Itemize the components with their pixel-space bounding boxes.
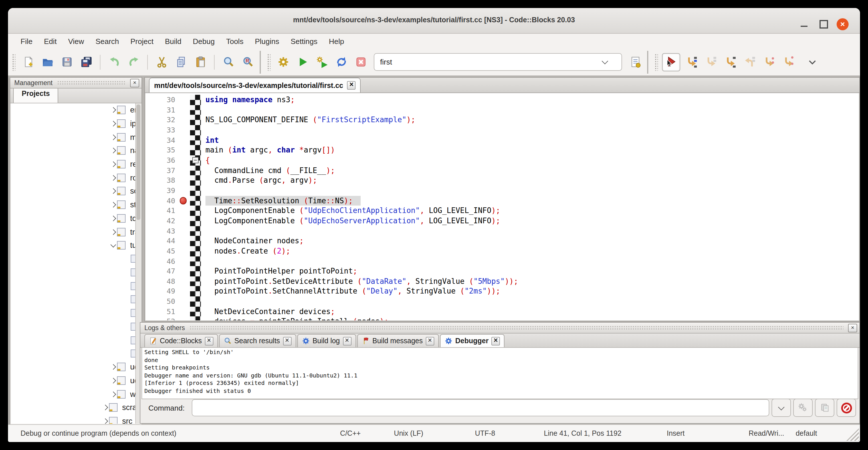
tree-item-wire[interactable]: wire xyxy=(11,387,136,401)
logs-tab-search-results[interactable]: Search results× xyxy=(219,334,296,347)
copy-output-button[interactable] xyxy=(815,399,834,417)
toolbar-grip[interactable] xyxy=(655,53,658,70)
margin-strip[interactable] xyxy=(190,186,201,196)
chevron-right-icon[interactable] xyxy=(109,176,117,180)
margin-strip[interactable] xyxy=(190,176,201,186)
command-input[interactable] xyxy=(191,399,769,416)
redo-button[interactable] xyxy=(125,53,142,70)
tree-item-stat[interactable]: stat xyxy=(11,198,136,212)
menu-tools[interactable]: Tools xyxy=(220,37,249,46)
margin-strip[interactable] xyxy=(190,226,201,236)
line-number[interactable]: 44 xyxy=(146,236,190,246)
line-number[interactable]: 45 xyxy=(146,246,190,256)
line-number[interactable]: 40 xyxy=(146,196,190,206)
chevron-right-icon[interactable] xyxy=(109,122,117,126)
menu-search[interactable]: Search xyxy=(90,37,125,46)
debugger-output[interactable]: Setting SHELL to '/bin/sh'doneSetting br… xyxy=(142,347,858,399)
debug-tools-button[interactable] xyxy=(793,399,813,417)
list-button[interactable] xyxy=(627,53,644,70)
tree-item-tuto[interactable]: tuto xyxy=(11,239,136,252)
cut-button[interactable] xyxy=(153,53,170,70)
fold-collapse-icon[interactable] xyxy=(192,157,198,163)
menu-project[interactable]: Project xyxy=(125,37,159,46)
close-icon[interactable]: × xyxy=(426,337,434,345)
chevron-down-icon[interactable] xyxy=(602,58,608,64)
line-number[interactable]: 51 xyxy=(146,307,190,317)
toolbar-overflow-button[interactable] xyxy=(804,53,820,70)
margin-strip[interactable] xyxy=(190,105,201,115)
margin-strip[interactable] xyxy=(190,145,201,155)
chevron-right-icon[interactable] xyxy=(109,189,117,193)
next-instruction-button[interactable] xyxy=(760,53,777,70)
run-to-cursor-button[interactable] xyxy=(683,53,700,70)
tree-item-th[interactable]: th xyxy=(11,347,136,360)
build-button[interactable] xyxy=(275,53,291,70)
tree-item-udp[interactable]: udp- xyxy=(11,374,136,387)
tree-item-mat[interactable]: mat xyxy=(11,130,136,144)
line-number[interactable]: 34 xyxy=(146,135,190,145)
step-into-instruction-button[interactable] xyxy=(779,53,797,70)
tree-item-nam[interactable]: nam xyxy=(11,144,136,157)
build-and-run-button[interactable] xyxy=(313,53,331,70)
step-into-button[interactable] xyxy=(721,53,739,70)
breakpoint-icon[interactable] xyxy=(180,197,187,204)
tree-item-src[interactable]: src xyxy=(11,415,136,424)
find-button[interactable] xyxy=(220,53,237,70)
chevron-right-icon[interactable] xyxy=(101,419,109,423)
margin-strip[interactable] xyxy=(190,95,201,105)
tree-item-rout[interactable]: rout xyxy=(11,171,136,184)
margin-strip[interactable] xyxy=(190,256,201,266)
open-file-button[interactable] xyxy=(39,53,56,70)
undo-button[interactable] xyxy=(105,53,123,70)
chevron-right-icon[interactable] xyxy=(109,392,117,396)
margin-strip[interactable] xyxy=(190,165,201,175)
debug-continue-button[interactable] xyxy=(662,53,680,71)
tree-item-se[interactable]: se xyxy=(11,320,136,333)
line-number[interactable]: 31 xyxy=(146,105,190,115)
margin-strip[interactable] xyxy=(190,135,201,145)
tree-item-erro[interactable]: erro xyxy=(11,103,136,117)
rebuild-button[interactable] xyxy=(333,53,350,70)
line-number[interactable]: 30 xyxy=(146,95,190,105)
line-number[interactable]: 32 xyxy=(146,115,190,125)
tree-item-tcp[interactable]: tcp xyxy=(11,212,136,225)
resize-grip[interactable] xyxy=(846,428,859,441)
margin-strip[interactable] xyxy=(190,155,201,165)
margin-strip[interactable] xyxy=(190,125,201,135)
compile-target-select[interactable] xyxy=(374,53,622,71)
copy-button[interactable] xyxy=(172,53,189,70)
tree-item-six[interactable]: six xyxy=(11,333,136,347)
next-line-button[interactable] xyxy=(702,53,719,70)
margin-strip[interactable] xyxy=(190,317,201,320)
replace-button[interactable]: R xyxy=(239,53,256,70)
chevron-right-icon[interactable] xyxy=(109,149,117,153)
menu-file[interactable]: File xyxy=(15,37,38,46)
chevron-right-icon[interactable] xyxy=(109,162,117,166)
tree-item-fo[interactable]: fo xyxy=(11,279,136,293)
line-number[interactable]: 47 xyxy=(146,266,190,276)
chevron-right-icon[interactable] xyxy=(101,406,109,410)
tree-item-udp[interactable]: udp xyxy=(11,360,136,374)
line-number[interactable]: 43 xyxy=(146,226,190,236)
stop-debugger-button[interactable] xyxy=(837,399,856,417)
line-number[interactable]: 33 xyxy=(146,125,190,135)
tab-projects[interactable]: Projects xyxy=(13,87,59,103)
close-icon[interactable]: × xyxy=(347,81,356,90)
line-number[interactable]: 39 xyxy=(146,186,190,196)
line-number[interactable]: 41 xyxy=(146,206,190,216)
line-number[interactable]: 37 xyxy=(146,165,190,175)
margin-strip[interactable] xyxy=(190,276,201,287)
step-out-button[interactable] xyxy=(741,53,758,70)
save-file-button[interactable] xyxy=(58,53,75,70)
management-caption[interactable]: Management × xyxy=(10,78,142,89)
margin-strip[interactable] xyxy=(190,115,201,125)
menu-plugins[interactable]: Plugins xyxy=(249,37,285,46)
line-number[interactable]: 38 xyxy=(146,176,190,186)
tree-item-sock[interactable]: sock xyxy=(11,184,136,198)
margin-strip[interactable] xyxy=(190,287,201,296)
save-all-button[interactable] xyxy=(78,53,95,70)
minimize-button[interactable] xyxy=(798,18,810,30)
close-icon[interactable]: × xyxy=(205,337,213,345)
toolbar-grip[interactable] xyxy=(267,53,271,70)
margin-strip[interactable] xyxy=(190,216,201,226)
